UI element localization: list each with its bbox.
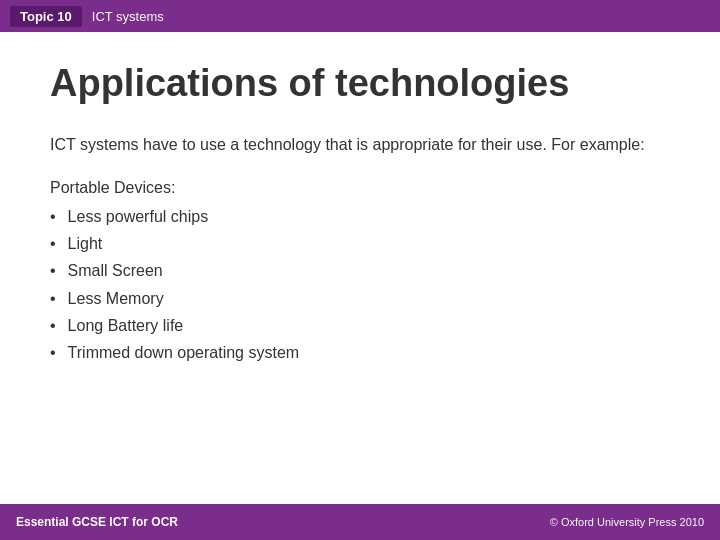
- list-item: Long Battery life: [50, 312, 670, 339]
- main-content: Applications of technologies ICT systems…: [0, 32, 720, 504]
- footer-left-text: Essential GCSE ICT for OCR: [16, 515, 178, 529]
- footer-bar: Essential GCSE ICT for OCR © Oxford Univ…: [0, 504, 720, 540]
- list-item-text: Less Memory: [68, 285, 164, 312]
- page-title: Applications of technologies: [50, 62, 670, 105]
- header-subtitle: ICT systems: [92, 9, 164, 24]
- list-item: Light: [50, 230, 670, 257]
- list-item-text: Small Screen: [68, 257, 163, 284]
- bullet-list: Less powerful chips Light Small Screen L…: [50, 203, 670, 366]
- list-item: Small Screen: [50, 257, 670, 284]
- list-item: Less Memory: [50, 285, 670, 312]
- list-item-text: Light: [68, 230, 103, 257]
- header-bar: Topic 10 ICT systems: [0, 0, 720, 32]
- section-heading: Portable Devices:: [50, 179, 670, 197]
- list-item: Trimmed down operating system: [50, 339, 670, 366]
- list-item-text: Less powerful chips: [68, 203, 209, 230]
- topic-badge: Topic 10: [10, 6, 82, 27]
- list-item: Less powerful chips: [50, 203, 670, 230]
- footer-right-text: © Oxford University Press 2010: [550, 516, 704, 528]
- intro-text: ICT systems have to use a technology tha…: [50, 133, 670, 157]
- list-item-text: Long Battery life: [68, 312, 184, 339]
- list-item-text: Trimmed down operating system: [68, 339, 300, 366]
